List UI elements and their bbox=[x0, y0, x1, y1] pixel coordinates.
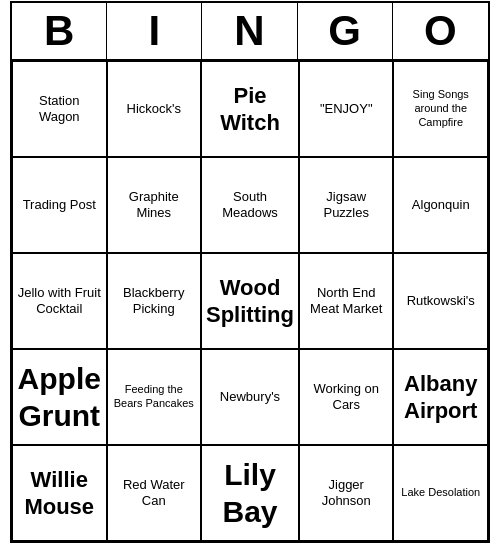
cell-text-5: Trading Post bbox=[23, 197, 96, 213]
cell-text-1: Hickock's bbox=[127, 101, 182, 117]
cell-text-18: Working on Cars bbox=[304, 381, 389, 414]
cell-text-19: Albany Airport bbox=[398, 370, 483, 425]
bingo-header: BINGO bbox=[12, 3, 488, 61]
header-letter-b: B bbox=[12, 3, 107, 59]
bingo-cell-10[interactable]: Jello with Fruit Cocktail bbox=[12, 253, 107, 349]
header-letter-g: G bbox=[298, 3, 393, 59]
cell-text-9: Algonquin bbox=[412, 197, 470, 213]
bingo-cell-5[interactable]: Trading Post bbox=[12, 157, 107, 253]
cell-text-0: Station Wagon bbox=[17, 93, 102, 126]
bingo-cell-18[interactable]: Working on Cars bbox=[299, 349, 394, 445]
cell-text-8: Jigsaw Puzzles bbox=[304, 189, 389, 222]
bingo-cell-7[interactable]: South Meadows bbox=[201, 157, 299, 253]
cell-text-6: Graphite Mines bbox=[112, 189, 197, 222]
bingo-cell-14[interactable]: Rutkowski's bbox=[393, 253, 488, 349]
cell-text-17: Newbury's bbox=[220, 389, 280, 405]
cell-text-21: Red Water Can bbox=[112, 477, 197, 510]
bingo-cell-19[interactable]: Albany Airport bbox=[393, 349, 488, 445]
bingo-cell-23[interactable]: Jigger Johnson bbox=[299, 445, 394, 541]
header-letter-n: N bbox=[202, 3, 297, 59]
cell-text-13: North End Meat Market bbox=[304, 285, 389, 318]
bingo-cell-21[interactable]: Red Water Can bbox=[107, 445, 202, 541]
bingo-cell-22[interactable]: Lily Bay bbox=[201, 445, 299, 541]
bingo-cell-11[interactable]: Blackberry Picking bbox=[107, 253, 202, 349]
cell-text-14: Rutkowski's bbox=[407, 293, 475, 309]
cell-text-4: Sing Songs around the Campfire bbox=[398, 88, 483, 129]
cell-text-22: Lily Bay bbox=[206, 456, 294, 531]
bingo-cell-9[interactable]: Algonquin bbox=[393, 157, 488, 253]
bingo-cell-16[interactable]: Feeding the Bears Pancakes bbox=[107, 349, 202, 445]
bingo-cell-8[interactable]: Jigsaw Puzzles bbox=[299, 157, 394, 253]
bingo-cell-0[interactable]: Station Wagon bbox=[12, 61, 107, 157]
bingo-cell-6[interactable]: Graphite Mines bbox=[107, 157, 202, 253]
header-letter-o: O bbox=[393, 3, 488, 59]
bingo-cell-17[interactable]: Newbury's bbox=[201, 349, 299, 445]
bingo-cell-20[interactable]: Willie Mouse bbox=[12, 445, 107, 541]
bingo-cell-13[interactable]: North End Meat Market bbox=[299, 253, 394, 349]
cell-text-2: Pie Witch bbox=[206, 82, 294, 137]
cell-text-20: Willie Mouse bbox=[17, 466, 102, 521]
header-letter-i: I bbox=[107, 3, 202, 59]
bingo-cell-2[interactable]: Pie Witch bbox=[201, 61, 299, 157]
cell-text-11: Blackberry Picking bbox=[112, 285, 197, 318]
bingo-cell-1[interactable]: Hickock's bbox=[107, 61, 202, 157]
bingo-grid: Station WagonHickock'sPie Witch"ENJOY"Si… bbox=[12, 61, 488, 541]
cell-text-23: Jigger Johnson bbox=[304, 477, 389, 510]
cell-text-15: Apple Grunt bbox=[17, 360, 102, 435]
cell-text-3: "ENJOY" bbox=[320, 101, 373, 117]
cell-text-7: South Meadows bbox=[206, 189, 294, 222]
cell-text-10: Jello with Fruit Cocktail bbox=[17, 285, 102, 318]
bingo-card: BINGO Station WagonHickock'sPie Witch"EN… bbox=[10, 1, 490, 543]
bingo-cell-12[interactable]: Wood Splitting bbox=[201, 253, 299, 349]
bingo-cell-24[interactable]: Lake Desolation bbox=[393, 445, 488, 541]
cell-text-16: Feeding the Bears Pancakes bbox=[112, 383, 197, 411]
cell-text-12: Wood Splitting bbox=[206, 274, 294, 329]
cell-text-24: Lake Desolation bbox=[401, 486, 480, 500]
bingo-cell-3[interactable]: "ENJOY" bbox=[299, 61, 394, 157]
bingo-cell-15[interactable]: Apple Grunt bbox=[12, 349, 107, 445]
bingo-cell-4[interactable]: Sing Songs around the Campfire bbox=[393, 61, 488, 157]
